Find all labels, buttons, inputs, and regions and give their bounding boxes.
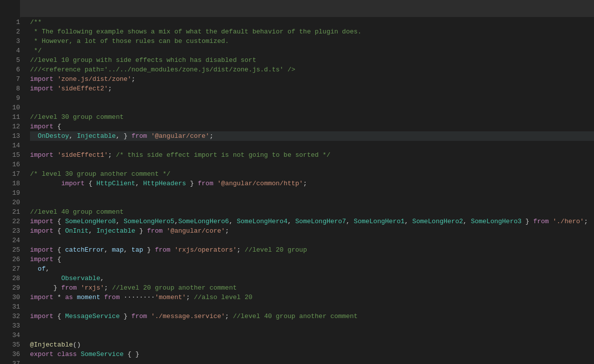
line-number-35: 35	[0, 340, 20, 350]
code-line-23: import { OnInit, Injectable } from '@ang…	[30, 226, 594, 236]
code-line-14	[30, 141, 594, 150]
code-line-11: //level 30 group comment	[30, 112, 594, 122]
line-number-37: 37	[0, 359, 20, 364]
code-line-36: export class SomeService { }	[30, 350, 594, 359]
code-line-34	[30, 331, 594, 340]
code-line-29: } from 'rxjs'; //level 20 group another …	[30, 283, 594, 293]
code-line-22: import { SomeLongHero8, SomeLongHero5,So…	[30, 217, 594, 226]
code-line-25: import { catchError, map, tap } from 'rx…	[30, 245, 594, 255]
code-line-12: import {	[30, 122, 594, 131]
code-line-30: import * as moment from ········'moment'…	[30, 293, 594, 302]
line-number-15: 15	[0, 150, 20, 160]
code-line-10	[30, 103, 594, 112]
tab-bar	[0, 0, 594, 17]
code-line-16	[30, 160, 594, 169]
line-number-11: 11	[0, 112, 20, 122]
line-number-33: 33	[0, 321, 20, 331]
line-number-21: 21	[0, 207, 20, 217]
line-numbers: 1234567891011121314151617181920212223242…	[0, 17, 25, 364]
code-line-5: //level 10 group with side effects which…	[30, 55, 594, 65]
line-number-3: 3	[0, 36, 20, 46]
line-number-24: 24	[0, 236, 20, 245]
line-number-22: 22	[0, 217, 20, 226]
code-line-33	[30, 321, 594, 331]
code-line-24	[30, 236, 594, 245]
code-line-19	[30, 188, 594, 198]
line-number-16: 16	[0, 160, 20, 169]
code-line-7: import 'zone.js/dist/zone';	[30, 74, 594, 84]
line-number-2: 2	[0, 27, 20, 36]
code-line-6: ///<reference path='../../node_modules/z…	[30, 65, 594, 74]
line-number-7: 7	[0, 74, 20, 84]
code-line-21: //level 40 group comment	[30, 207, 594, 217]
line-number-13: 13	[0, 131, 20, 141]
line-number-4: 4	[0, 46, 20, 55]
line-number-23: 23	[0, 226, 20, 236]
code-line-13: OnDestoy, Injectable, } from '@angular/c…	[30, 131, 594, 141]
code-line-8: import 'sideEffect2';	[30, 84, 594, 93]
line-number-30: 30	[0, 293, 20, 302]
line-number-18: 18	[0, 179, 20, 188]
code-line-1: /**	[30, 17, 594, 27]
active-tab[interactable]	[0, 0, 20, 17]
code-line-26: import {	[30, 255, 594, 264]
editor: 1234567891011121314151617181920212223242…	[0, 17, 594, 364]
code-line-18: import { HttpClient, HttpHeaders } from …	[30, 179, 594, 188]
line-number-34: 34	[0, 331, 20, 340]
line-number-6: 6	[0, 65, 20, 74]
line-number-31: 31	[0, 302, 20, 312]
line-number-9: 9	[0, 93, 20, 103]
code-line-3: * However, a lot of those rules can be c…	[30, 36, 594, 46]
line-number-12: 12	[0, 122, 20, 131]
line-number-5: 5	[0, 55, 20, 65]
code-line-17: /* level 30 group another comment */	[30, 169, 594, 179]
code-line-9	[30, 93, 594, 103]
line-number-28: 28	[0, 274, 20, 283]
line-number-29: 29	[0, 283, 20, 293]
code-line-37	[30, 359, 594, 364]
line-number-19: 19	[0, 188, 20, 198]
code-line-32: import { MessageService } from './messag…	[30, 312, 594, 321]
line-number-20: 20	[0, 198, 20, 207]
line-number-14: 14	[0, 141, 20, 150]
line-number-10: 10	[0, 103, 20, 112]
line-number-36: 36	[0, 350, 20, 359]
code-area[interactable]: /** * The following example shows a mix …	[25, 17, 594, 364]
code-line-15: import 'sideEffect1'; /* this side effec…	[30, 150, 594, 160]
code-line-28: Observable,	[30, 274, 594, 283]
code-line-2: * The following example shows a mix of w…	[30, 27, 594, 36]
line-number-32: 32	[0, 312, 20, 321]
code-line-20	[30, 198, 594, 207]
line-number-1: 1	[0, 17, 20, 27]
line-number-25: 25	[0, 245, 20, 255]
code-line-27: of,	[30, 264, 594, 274]
line-number-27: 27	[0, 264, 20, 274]
line-number-17: 17	[0, 169, 20, 179]
code-line-31	[30, 302, 594, 312]
code-line-35: @Injectable()	[30, 340, 594, 350]
line-number-8: 8	[0, 84, 20, 93]
line-number-26: 26	[0, 255, 20, 264]
code-line-4: */	[30, 46, 594, 55]
